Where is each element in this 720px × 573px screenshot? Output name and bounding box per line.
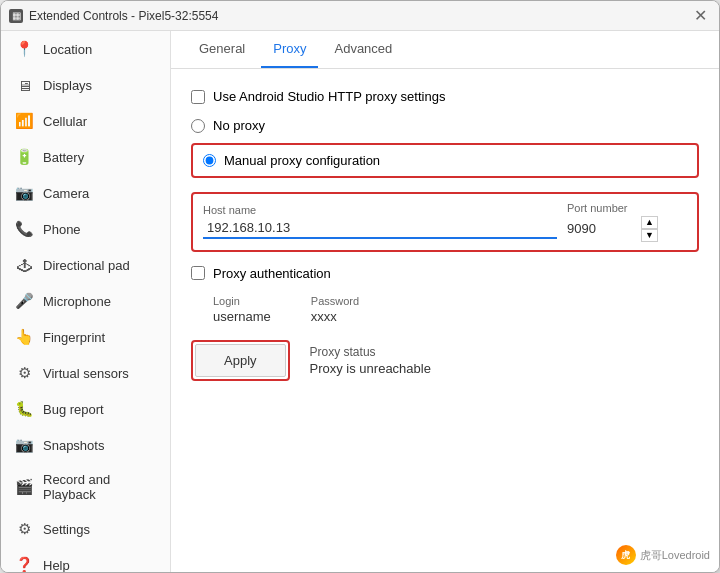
apply-button-wrap: Apply (191, 340, 290, 381)
sidebar-label-camera: Camera (43, 186, 89, 201)
main-window: ▦ Extended Controls - Pixel5-32:5554 ✕ 📍… (0, 0, 720, 573)
password-field: Password xxxx (311, 295, 359, 324)
sidebar-label-cellular: Cellular (43, 114, 87, 129)
port-down-button[interactable]: ▼ (641, 229, 658, 242)
sidebar-label-bug-report: Bug report (43, 402, 104, 417)
proxy-auth-fields: Login username Password xxxx (191, 295, 699, 324)
sidebar-icon-record-and-playback: 🎬 (15, 478, 33, 496)
main-panel: GeneralProxyAdvanced Use Android Studio … (171, 31, 719, 572)
sidebar-item-help[interactable]: ❓ Help (1, 547, 170, 572)
port-spinner: ▲ ▼ (641, 216, 658, 242)
host-field-group: Host name (203, 204, 557, 239)
android-studio-proxy-label: Use Android Studio HTTP proxy settings (213, 89, 445, 104)
apply-button[interactable]: Apply (195, 344, 286, 377)
sidebar-icon-snapshots: 📷 (15, 436, 33, 454)
sidebar-item-microphone[interactable]: 🎤 Microphone (1, 283, 170, 319)
sidebar-label-displays: Displays (43, 78, 92, 93)
host-port-row: Host name Port number ▲ ▼ (191, 192, 699, 252)
proxy-auth-section: Proxy authentication Login username Pass… (191, 266, 699, 324)
password-label: Password (311, 295, 359, 307)
sidebar-icon-settings: ⚙ (15, 520, 33, 538)
app-icon: ▦ (9, 9, 23, 23)
no-proxy-label: No proxy (213, 118, 265, 133)
login-field: Login username (213, 295, 271, 324)
port-label: Port number (567, 202, 687, 214)
watermark-text: 虎哥Lovedroid (640, 548, 710, 563)
tab-general[interactable]: General (187, 31, 257, 68)
no-proxy-row: No proxy (191, 118, 699, 133)
sidebar-item-directional-pad[interactable]: 🕹 Directional pad (1, 247, 170, 283)
proxy-status: Proxy status Proxy is unreachable (310, 345, 431, 376)
host-input[interactable] (203, 218, 557, 239)
android-studio-proxy-row: Use Android Studio HTTP proxy settings (191, 89, 699, 104)
sidebar-item-record-and-playback[interactable]: 🎬 Record and Playback (1, 463, 170, 511)
proxy-auth-row: Proxy authentication (191, 266, 699, 281)
no-proxy-radio[interactable] (191, 119, 205, 133)
sidebar-item-displays[interactable]: 🖥 Displays (1, 67, 170, 103)
sidebar-label-settings: Settings (43, 522, 90, 537)
window-title: Extended Controls - Pixel5-32:5554 (29, 9, 218, 23)
manual-proxy-radio[interactable] (203, 154, 216, 167)
sidebar-icon-help: ❓ (15, 556, 33, 572)
sidebar-label-microphone: Microphone (43, 294, 111, 309)
proxy-auth-label: Proxy authentication (213, 266, 331, 281)
tab-advanced[interactable]: Advanced (322, 31, 404, 68)
password-value: xxxx (311, 309, 359, 324)
watermark-logo: 虎 (616, 545, 636, 565)
sidebar-label-phone: Phone (43, 222, 81, 237)
sidebar-item-bug-report[interactable]: 🐛 Bug report (1, 391, 170, 427)
tab-bar: GeneralProxyAdvanced (171, 31, 719, 69)
proxy-auth-checkbox[interactable] (191, 266, 205, 280)
port-row: ▲ ▼ (567, 216, 687, 242)
sidebar-label-location: Location (43, 42, 92, 57)
sidebar-label-help: Help (43, 558, 70, 573)
content-area: 📍 Location 🖥 Displays 📶 Cellular 🔋 Batte… (1, 31, 719, 572)
proxy-status-value: Proxy is unreachable (310, 361, 431, 376)
sidebar-icon-location: 📍 (15, 40, 33, 58)
sidebar-label-directional-pad: Directional pad (43, 258, 130, 273)
sidebar-item-virtual-sensors[interactable]: ⚙ Virtual sensors (1, 355, 170, 391)
sidebar-icon-virtual-sensors: ⚙ (15, 364, 33, 382)
tab-content: Use Android Studio HTTP proxy settings N… (171, 69, 719, 572)
sidebar-icon-directional-pad: 🕹 (15, 256, 33, 274)
sidebar-icon-phone: 📞 (15, 220, 33, 238)
sidebar-icon-fingerprint: 👆 (15, 328, 33, 346)
close-button[interactable]: ✕ (690, 6, 711, 25)
sidebar-icon-bug-report: 🐛 (15, 400, 33, 418)
sidebar-icon-cellular: 📶 (15, 112, 33, 130)
sidebar-item-cellular[interactable]: 📶 Cellular (1, 103, 170, 139)
android-studio-proxy-checkbox[interactable] (191, 90, 205, 104)
sidebar-item-battery[interactable]: 🔋 Battery (1, 139, 170, 175)
sidebar-icon-displays: 🖥 (15, 76, 33, 94)
sidebar-item-phone[interactable]: 📞 Phone (1, 211, 170, 247)
sidebar-label-battery: Battery (43, 150, 84, 165)
login-value: username (213, 309, 271, 324)
port-input[interactable] (567, 221, 637, 236)
sidebar-item-camera[interactable]: 📷 Camera (1, 175, 170, 211)
tab-proxy[interactable]: Proxy (261, 31, 318, 68)
sidebar-label-virtual-sensors: Virtual sensors (43, 366, 129, 381)
port-field-group: Port number ▲ ▼ (567, 202, 687, 242)
sidebar-item-snapshots[interactable]: 📷 Snapshots (1, 427, 170, 463)
manual-proxy-row: Manual proxy configuration (191, 143, 699, 178)
port-up-button[interactable]: ▲ (641, 216, 658, 229)
sidebar-icon-battery: 🔋 (15, 148, 33, 166)
sidebar-icon-microphone: 🎤 (15, 292, 33, 310)
sidebar: 📍 Location 🖥 Displays 📶 Cellular 🔋 Batte… (1, 31, 171, 572)
proxy-status-label: Proxy status (310, 345, 431, 359)
login-label: Login (213, 295, 271, 307)
manual-proxy-label: Manual proxy configuration (224, 153, 380, 168)
titlebar: ▦ Extended Controls - Pixel5-32:5554 ✕ (1, 1, 719, 31)
sidebar-item-fingerprint[interactable]: 👆 Fingerprint (1, 319, 170, 355)
sidebar-icon-camera: 📷 (15, 184, 33, 202)
sidebar-label-record-and-playback: Record and Playback (43, 472, 156, 502)
sidebar-item-settings[interactable]: ⚙ Settings (1, 511, 170, 547)
host-label: Host name (203, 204, 557, 216)
titlebar-left: ▦ Extended Controls - Pixel5-32:5554 (9, 9, 218, 23)
sidebar-label-snapshots: Snapshots (43, 438, 104, 453)
sidebar-label-fingerprint: Fingerprint (43, 330, 105, 345)
apply-status-row: Apply Proxy status Proxy is unreachable (191, 340, 699, 381)
watermark: 虎 虎哥Lovedroid (616, 545, 710, 565)
sidebar-item-location[interactable]: 📍 Location (1, 31, 170, 67)
